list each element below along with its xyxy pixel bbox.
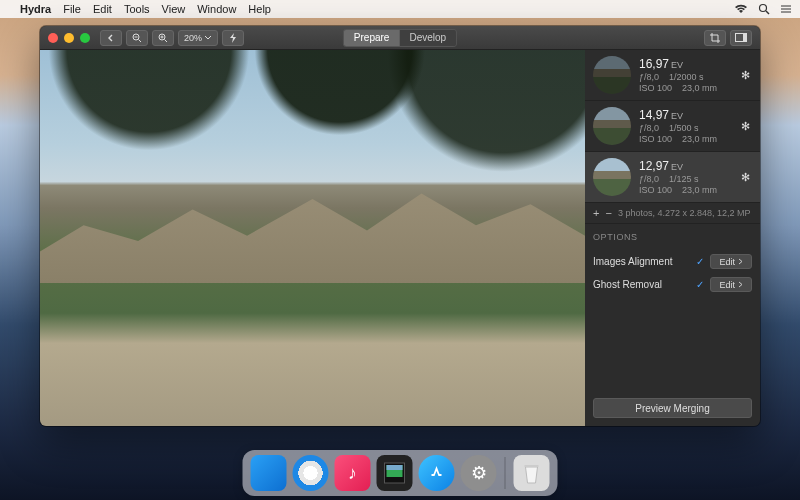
exposure-shutter: 1/2000 s [669, 72, 704, 82]
exposure-list: 16,97EV ƒ/8,0 1/2000 s ISO 100 23,0 mm [585, 50, 760, 203]
add-exposure-button[interactable]: + [593, 207, 599, 219]
dock-settings-icon[interactable]: ⚙ [461, 455, 497, 491]
exposure-shutter: 1/500 s [669, 123, 699, 133]
exposure-focal: 23,0 mm [682, 83, 717, 93]
option-label: Images Alignment [593, 256, 673, 267]
exposure-ev-unit: EV [671, 111, 683, 121]
exposure-iso: ISO 100 [639, 134, 672, 144]
exposure-shutter: 1/125 s [669, 174, 699, 184]
exposure-item[interactable]: 14,97EV ƒ/8,0 1/500 s ISO 100 23,0 mm [585, 101, 760, 152]
bolt-button[interactable] [222, 30, 244, 46]
exposure-ev-value: 14,97 [639, 108, 669, 122]
preview-image [40, 50, 585, 426]
exposure-footer: + − 3 photos, 4.272 x 2.848, 12,2 MP [585, 203, 760, 224]
window-zoom-button[interactable] [80, 33, 90, 43]
exposure-thumbnail [593, 107, 631, 145]
exposure-focal: 23,0 mm [682, 134, 717, 144]
exposure-iso: ISO 100 [639, 185, 672, 195]
exposure-thumbnail [593, 56, 631, 94]
gear-icon[interactable]: ✻ [738, 119, 752, 133]
option-row-ghost-removal: Ghost Removal ✓ Edit [593, 273, 752, 296]
menu-view[interactable]: View [162, 3, 186, 15]
svg-line-11 [165, 39, 168, 42]
dock-music-icon[interactable]: ♪ [335, 455, 371, 491]
zoom-out-button[interactable] [126, 30, 148, 46]
edit-button-label: Edit [719, 280, 735, 290]
mode-segmented-control: Prepare Develop [343, 29, 457, 47]
svg-line-7 [139, 39, 142, 42]
crop-button[interactable] [704, 30, 726, 46]
gear-icon[interactable]: ✻ [738, 68, 752, 82]
menu-help[interactable]: Help [248, 3, 271, 15]
macos-menubar: Hydra File Edit Tools View Window Help [0, 0, 800, 18]
menu-edit[interactable]: Edit [93, 3, 112, 15]
preview-merging-button[interactable]: Preview Merging [593, 398, 752, 418]
preview-merging-label: Preview Merging [635, 403, 709, 414]
exposure-ev-value: 16,97 [639, 57, 669, 71]
menu-file[interactable]: File [63, 3, 81, 15]
gear-icon[interactable]: ✻ [738, 170, 752, 184]
desktop: Hydra File Edit Tools View Window Help [0, 0, 800, 500]
spotlight-icon[interactable] [758, 3, 770, 15]
menu-tools[interactable]: Tools [124, 3, 150, 15]
dock-appstore-icon[interactable] [419, 455, 455, 491]
svg-rect-17 [525, 465, 539, 467]
svg-rect-13 [743, 34, 747, 42]
exposure-item[interactable]: 12,97EV ƒ/8,0 1/125 s ISO 100 23,0 mm [585, 152, 760, 203]
chevron-right-icon [738, 281, 743, 288]
nav-back-button[interactable] [100, 30, 122, 46]
edit-button-label: Edit [719, 257, 735, 267]
options-heading: OPTIONS [593, 232, 752, 242]
control-center-icon[interactable] [780, 4, 792, 14]
exposure-ev-value: 12,97 [639, 159, 669, 173]
checkmark-icon: ✓ [696, 279, 704, 290]
svg-point-0 [760, 5, 767, 12]
checkmark-icon: ✓ [696, 256, 704, 267]
app-window: 20% Prepare Develop [40, 26, 760, 426]
window-minimize-button[interactable] [64, 33, 74, 43]
menu-window[interactable]: Window [197, 3, 236, 15]
image-preview-area[interactable] [40, 50, 585, 426]
tab-develop[interactable]: Develop [399, 30, 456, 46]
dock-hydra-icon[interactable] [377, 455, 413, 491]
svg-rect-16 [387, 465, 403, 470]
exposure-ev-unit: EV [671, 162, 683, 172]
option-label: Ghost Removal [593, 279, 662, 290]
exposure-ev-unit: EV [671, 60, 683, 70]
exposure-iso: ISO 100 [639, 83, 672, 93]
exposure-aperture: ƒ/8,0 [639, 174, 659, 184]
svg-line-1 [766, 11, 769, 14]
chevron-right-icon [738, 258, 743, 265]
dock-separator [505, 457, 506, 489]
zoom-in-button[interactable] [152, 30, 174, 46]
dock-trash-icon[interactable] [514, 455, 550, 491]
app-menu[interactable]: Hydra [20, 3, 51, 15]
option-row-alignment: Images Alignment ✓ Edit [593, 250, 752, 273]
tab-prepare[interactable]: Prepare [344, 30, 400, 46]
dock-finder-icon[interactable] [251, 455, 287, 491]
dock-safari-icon[interactable] [293, 455, 329, 491]
zoom-level-label: 20% [184, 33, 202, 43]
macos-dock: ♪ ⚙ [243, 450, 558, 496]
exposure-aperture: ƒ/8,0 [639, 72, 659, 82]
exposure-summary: 3 photos, 4.272 x 2.848, 12,2 MP [618, 208, 751, 218]
exposure-item[interactable]: 16,97EV ƒ/8,0 1/2000 s ISO 100 23,0 mm [585, 50, 760, 101]
exposure-thumbnail [593, 158, 631, 196]
right-sidebar: 16,97EV ƒ/8,0 1/2000 s ISO 100 23,0 mm [585, 50, 760, 426]
window-close-button[interactable] [48, 33, 58, 43]
window-titlebar: 20% Prepare Develop [40, 26, 760, 50]
exposure-aperture: ƒ/8,0 [639, 123, 659, 133]
exposure-focal: 23,0 mm [682, 185, 717, 195]
remove-exposure-button[interactable]: − [605, 207, 611, 219]
zoom-level-dropdown[interactable]: 20% [178, 30, 218, 46]
edit-button[interactable]: Edit [710, 277, 752, 292]
edit-button[interactable]: Edit [710, 254, 752, 269]
toggle-sidebar-button[interactable] [730, 30, 752, 46]
wifi-icon[interactable] [734, 4, 748, 14]
